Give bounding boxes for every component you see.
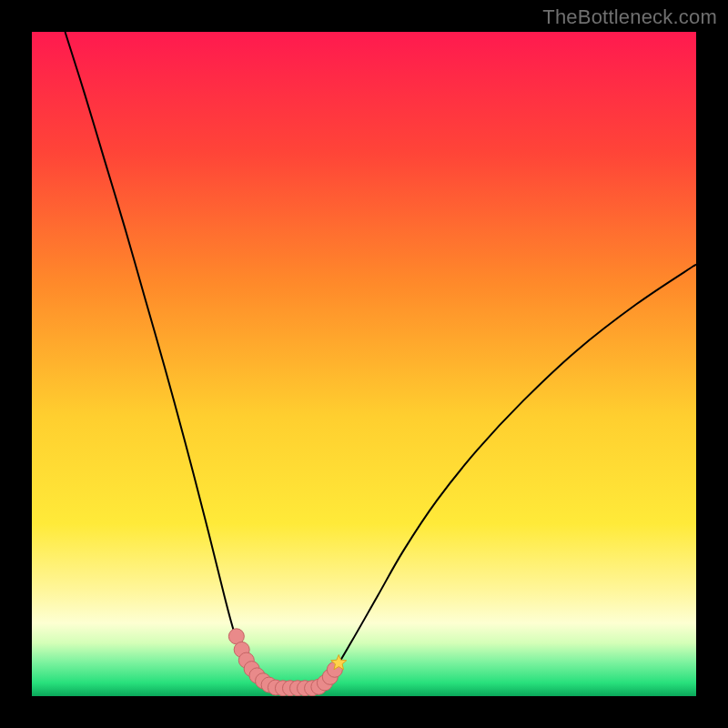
right-curve [321,265,696,689]
pink-markers [228,629,342,696]
watermark-text: TheBottleneck.com [542,5,717,29]
outer-frame: TheBottleneck.com [0,0,728,728]
curve-layer [32,32,696,696]
plot-area [32,32,696,696]
left-curve [66,32,275,688]
